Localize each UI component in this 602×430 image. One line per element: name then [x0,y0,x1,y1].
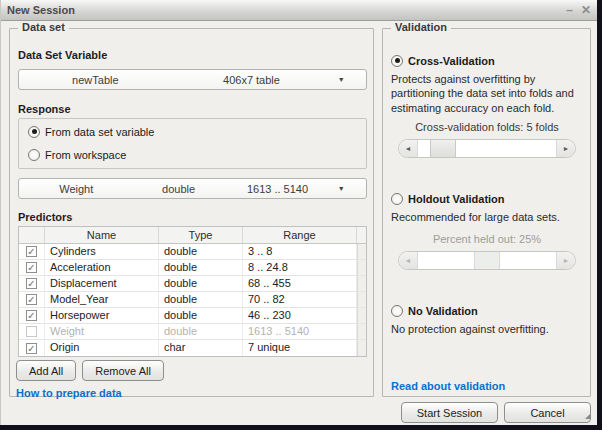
cell-gutter [357,308,366,323]
cell-gutter [357,244,366,259]
predictor-row[interactable]: Acceleration double 8 .. 24.8 [19,260,366,276]
header-range: Range [243,227,357,243]
dataset-group: Data set Data Set Variable newTable 406x… [9,28,374,397]
header-name: Name [45,227,159,243]
radio-icon [391,55,403,67]
minimize-icon[interactable]: – [566,4,573,16]
cell-range: 8 .. 24.8 [243,260,357,275]
response-source-panel: From data set variable From workspace [18,118,367,169]
new-session-dialog: New Session – ✕ Data set Data Set Variab… [0,0,597,425]
response-variable-type: double [134,183,224,195]
read-about-validation-link[interactable]: Read about validation [391,380,505,392]
response-label: Response [18,103,71,115]
row-checkbox[interactable] [26,310,37,321]
cell-range: 3 .. 8 [243,244,357,259]
response-variable-name: Weight [19,183,134,195]
cell-range: 68 .. 455 [243,276,357,291]
radio-label: No Validation [408,305,478,317]
header-gutter [357,227,366,243]
cell-type: char [159,340,243,356]
header-checkbox-col [19,227,45,243]
cell-gutter [357,260,366,275]
radio-cross-validation[interactable]: Cross-Validation [391,55,495,67]
cell-name: Horsepower [45,308,159,323]
response-variable-range: 1613 .. 5140 [224,183,332,195]
percent-held-out-label: Percent held out: 25% [391,233,583,245]
predictor-row[interactable]: Horsepower double 46 .. 230 [19,308,366,324]
row-checkbox[interactable] [26,262,37,273]
row-checkbox[interactable] [26,343,37,354]
radio-no-validation[interactable]: No Validation [391,305,478,317]
cell-range: 7 unique [243,340,357,356]
radio-label: From data set variable [45,126,154,138]
cell-name: Model_Year [45,292,159,307]
cell-name: Origin [45,340,159,356]
cell-type: double [159,276,243,291]
cell-type: double [159,244,243,259]
predictor-row[interactable]: Origin char 7 unique [19,340,366,356]
cell-type: double [159,292,243,307]
title-bar[interactable]: New Session – ✕ [1,0,597,21]
dialog-title: New Session [7,4,75,16]
radio-response-from-variable[interactable]: From data set variable [28,126,357,138]
close-icon[interactable]: ✕ [581,4,591,16]
slider-right-arrow-icon: ► [556,252,575,269]
radio-icon [28,149,40,161]
dataset-variable-name: newTable [19,74,172,86]
predictor-row[interactable]: Weight double 1613 .. 5140 [19,324,366,340]
row-checkbox[interactable] [26,326,37,337]
predictor-row[interactable]: Cylinders double 3 .. 8 [19,244,366,260]
slider-left-arrow-icon: ◄ [399,252,418,269]
predictors-table-header: Name Type Range [19,227,366,244]
validation-group-label: Validation [391,21,451,33]
predictor-row[interactable]: Displacement double 68 .. 455 [19,276,366,292]
cell-gutter [357,276,366,291]
slider-thumb[interactable] [430,140,456,157]
slider-left-arrow-icon[interactable]: ◄ [399,140,418,157]
cell-type: double [159,260,243,275]
chevron-down-icon: ▼ [331,185,351,192]
cell-range: 70 .. 82 [243,292,357,307]
cell-type: double [159,324,243,339]
radio-label: Holdout Validation [408,193,505,205]
slider-thumb [474,252,500,269]
predictors-table: Name Type Range Cylinders double 3 .. 8 … [18,226,367,357]
resize-grip[interactable] [585,413,591,419]
radio-response-from-workspace[interactable]: From workspace [28,149,357,161]
response-variable-dropdown[interactable]: Weight double 1613 .. 5140 ▼ [18,178,367,199]
start-session-button[interactable]: Start Session [401,402,498,423]
radio-holdout-validation[interactable]: Holdout Validation [391,193,505,205]
radio-icon [391,193,403,205]
cell-name: Displacement [45,276,159,291]
cancel-button[interactable]: Cancel [504,402,591,423]
dataset-variable-label: Data Set Variable [18,49,107,61]
row-checkbox[interactable] [26,246,37,257]
slider-track[interactable] [418,140,556,157]
remove-all-button[interactable]: Remove All [82,360,164,381]
predictors-label: Predictors [18,211,72,223]
slider-track [418,252,556,269]
add-all-button[interactable]: Add All [16,360,76,381]
holdout-description: Recommended for large data sets. [391,210,585,224]
chevron-down-icon: ▼ [331,76,351,83]
row-checkbox[interactable] [26,294,37,305]
predictor-row[interactable]: Model_Year double 70 .. 82 [19,292,366,308]
cross-validation-description: Protects against overfitting by partitio… [391,72,585,115]
how-to-prepare-data-link[interactable]: How to prepare data [16,387,122,399]
dataset-variable-info: 406x7 table [172,74,332,86]
cell-name: Cylinders [45,244,159,259]
cell-gutter [357,340,366,356]
cell-type: double [159,308,243,323]
radio-icon [28,126,40,138]
row-checkbox[interactable] [26,278,37,289]
cell-name: Weight [45,324,159,339]
folds-slider[interactable]: ◄ ► [398,139,576,158]
folds-label: Cross-validation folds: 5 folds [391,121,583,133]
dataset-variable-dropdown[interactable]: newTable 406x7 table ▼ [18,69,367,90]
validation-group: Validation Cross-Validation Protects aga… [382,28,591,397]
slider-right-arrow-icon[interactable]: ► [556,140,575,157]
cell-gutter [357,324,366,339]
holdout-slider: ◄ ► [398,251,576,270]
cell-range: 1613 .. 5140 [243,324,357,339]
radio-label: Cross-Validation [408,55,495,67]
